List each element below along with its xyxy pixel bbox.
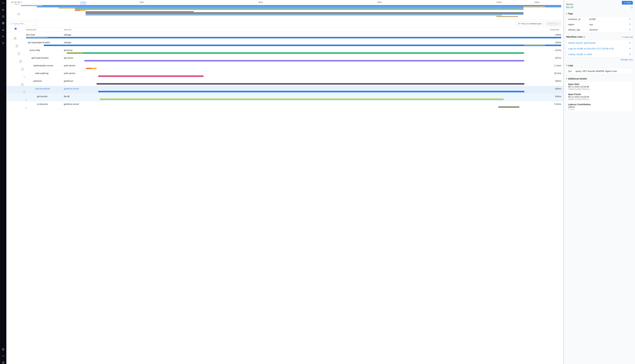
span-operation: api/v1/get-location [16, 57, 64, 59]
gear-icon[interactable] [2, 42, 5, 44]
service-name: tile-db [566, 6, 633, 9]
span-duration: 100ms [551, 95, 561, 98]
reset-focus-button[interactable]: Reset Focus [546, 21, 561, 26]
clock-icon[interactable] [2, 15, 5, 18]
additional-details-header[interactable]: ▾Additional Details [566, 77, 633, 80]
share-icon [624, 2, 625, 4]
workflow-links-header[interactable]: ▾Workflow Links ⓘ [566, 36, 585, 38]
filter-placeholder: Type to filter... [13, 22, 26, 25]
info-icon[interactable]: ⓘ [629, 18, 631, 20]
span-operation: authorize [16, 80, 64, 82]
span-row[interactable]: get-boundstile-db100ms [6, 94, 563, 102]
edit-icon[interactable] [629, 42, 631, 44]
workflow-link-row: Lookup 'ACME' in CRM [566, 52, 633, 57]
detail-row: Span Finish09-11-2019 10:03:581568221438… [566, 92, 633, 102]
span-detail-panel: Share Service tile-db ⓘ ▾Tags customer_i… [564, 0, 635, 364]
overview-bar-inner [496, 16, 518, 17]
span-row[interactable]: authorizegeofencer105ms3 [6, 78, 563, 86]
ruler-marker[interactable]: 15.5ms [80, 1, 86, 4]
create-link-button[interactable]: ＋Create Link [620, 36, 633, 38]
filter-toolbar: Type to filter... Focus on selected span… [6, 20, 563, 28]
span-row[interactable]: is-inboundsgeofence-server5.16ms [6, 102, 563, 109]
span-row[interactable]: proxy-relayapi-proxy112ms7 [6, 48, 563, 55]
code-icon[interactable] [2, 355, 5, 357]
time-ruler[interactable]: 030ms60ms90ms120ms129ms15.5ms [21, 0, 561, 4]
workflow-link[interactable]: GitHub Search: get-bounds [568, 42, 595, 44]
tag-value: ACME [589, 18, 629, 20]
focus-span-button[interactable]: Focus on selected span [516, 21, 544, 26]
ruler-tick: 90ms [377, 1, 382, 3]
tag-row[interactable]: release_tagversion2ⓘ [566, 27, 633, 32]
log-entry[interactable]: 3µs query: GET bounds WHERE region='usa' [566, 68, 633, 74]
tag-row[interactable]: customer_idACMEⓘ [566, 16, 633, 22]
nav-rail [0, 0, 6, 364]
tags-table: customer_idACMEⓘregionusaⓘrelease_tagver… [566, 16, 633, 32]
detail-line: 100ms [568, 106, 631, 108]
span-duration: 107ms [551, 57, 561, 59]
detail-sub: 1568221438472538 µs [568, 88, 631, 90]
filter-input[interactable]: Type to filter... [9, 22, 37, 26]
edit-icon[interactable] [629, 48, 631, 50]
span-row[interactable]: api-request/get-locationwebapp125ms8 [6, 40, 563, 48]
span-bar [98, 91, 524, 92]
cube-icon[interactable] [2, 348, 5, 351]
info-icon[interactable]: ⓘ [629, 28, 631, 31]
span-table-header: OPERATION SERVICE DURATION [6, 28, 563, 32]
span-row[interactable]: write-audit-logauth-service26.2ms [6, 70, 563, 78]
additional-details-list: Span Start09-11-2019 10:03:5815682214384… [566, 82, 633, 112]
tags-header[interactable]: ▾Tags [566, 12, 633, 15]
share-button[interactable]: Share [622, 1, 633, 4]
child-count-badge[interactable]: 2 [23, 91, 26, 94]
manage-links-button[interactable]: Manage Links [566, 58, 633, 61]
leaf-dot [26, 100, 27, 101]
grid-icon[interactable] [2, 22, 5, 24]
info-icon[interactable]: ⓘ [629, 23, 631, 26]
bell-icon[interactable] [2, 28, 5, 31]
chevron-down-icon: ▾ [566, 36, 567, 38]
span-bar [84, 60, 524, 62]
list-icon[interactable] [2, 8, 5, 11]
span-row[interactable]: authentication-runnerauth-service2.12ms1 [6, 63, 563, 70]
workflow-link[interactable]: Logs for ACME at 2019-09-11T17:03:58.472… [568, 47, 614, 50]
minimap-bars[interactable] [21, 4, 561, 18]
detail-row: Latency Contribution100ms77.5% [566, 102, 633, 112]
heartbeat-icon[interactable] [2, 35, 5, 38]
logs-header[interactable]: ▾Logs [566, 64, 633, 67]
workflow-link[interactable]: Lookup 'ACME' in CRM [568, 53, 592, 56]
overview-bar-inner [86, 15, 502, 16]
span-service: auth-service [64, 64, 551, 67]
span-row[interactable]: dom-loadwebapp129ms11 [6, 32, 563, 40]
span-operation: write-audit-log [16, 72, 64, 74]
span-row[interactable]: load-boundariesgeofence-server105ms2 [6, 86, 563, 94]
tag-key: region [568, 23, 589, 26]
tag-row[interactable]: regionusaⓘ [566, 22, 633, 27]
info-icon[interactable]: ⓘ [631, 6, 633, 9]
span-service: geofence-server [64, 88, 551, 90]
detail-sub: 1568221438572666 µs [568, 98, 631, 100]
span-duration: 5.16ms [551, 103, 561, 105]
child-count-badge[interactable]: 3 [21, 84, 24, 86]
edit-icon[interactable] [629, 53, 631, 56]
span-row[interactable]: api/v1/get-locationapi-server107ms6 [6, 55, 563, 63]
child-count-badge[interactable]: 1 [21, 68, 24, 70]
span-service: geofencer [64, 80, 551, 82]
logo-icon[interactable] [2, 2, 5, 4]
minimap-collapse-toggle[interactable]: − [18, 13, 20, 15]
col-service: SERVICE [64, 29, 549, 31]
workflow-links-list: GitHub Search: get-boundsLogs for ACME a… [566, 40, 633, 57]
log-timestamp: 3µs [566, 68, 574, 74]
span-operation: dom-load [16, 34, 64, 36]
child-count-badge[interactable]: 11 [14, 37, 16, 40]
svg-point-3 [2, 9, 3, 9]
collapse-all-toggle[interactable]: − [15, 28, 17, 30]
info-icon[interactable]: ⓘ [583, 36, 585, 38]
overview-bar [86, 14, 523, 14]
detail-line: 09-11-2019 10:03:58 [568, 96, 631, 98]
span-bar [97, 83, 524, 84]
child-count-badge[interactable]: 7 [18, 52, 20, 55]
child-count-badge[interactable]: 6 [19, 60, 22, 63]
ruler-tick: 129ms [534, 1, 540, 3]
plus-icon: ＋ [620, 36, 622, 38]
help-icon[interactable] [2, 361, 5, 364]
child-count-badge[interactable]: 8 [16, 45, 18, 47]
